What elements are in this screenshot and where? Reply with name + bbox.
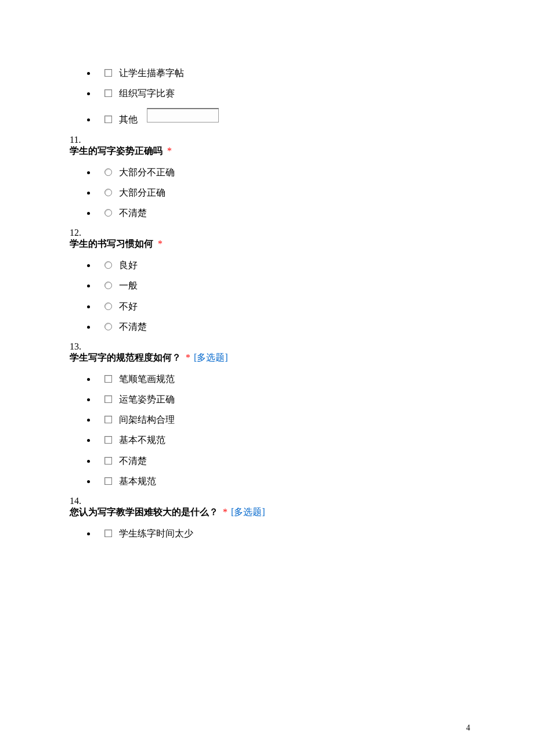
q14-options: 学生练字时间太少: [70, 528, 464, 539]
radio[interactable]: [104, 209, 112, 217]
option-row: 其他: [96, 108, 464, 125]
q14-title: 您认为写字教学困难较大的是什么？ * [多选题]: [70, 506, 464, 519]
option-label: 不清楚: [119, 321, 147, 332]
option-row: 大部分不正确: [96, 167, 464, 178]
option-label: 让学生描摹字帖: [119, 67, 184, 78]
option-row: 让学生描摹字帖: [96, 67, 464, 78]
option-label: 基本不规范: [119, 434, 165, 445]
option-label: 一般: [119, 280, 138, 291]
radio[interactable]: [104, 323, 112, 330]
checkbox[interactable]: [104, 375, 112, 383]
option-row: 不清楚: [96, 321, 464, 332]
q12-title-text: 学生的书写习惯如何: [70, 239, 153, 249]
option-label: 笔顺笔画规范: [119, 373, 175, 384]
radio[interactable]: [104, 261, 112, 269]
option-row: 不清楚: [96, 455, 464, 466]
checkbox[interactable]: [104, 69, 112, 77]
option-row: 一般: [96, 280, 464, 291]
option-row: 良好: [96, 260, 464, 271]
option-row: 笔顺笔画规范: [96, 373, 464, 384]
option-label: 不清楚: [119, 455, 147, 466]
q11-number: 11.: [70, 135, 464, 145]
option-label: 间架结构合理: [119, 414, 175, 425]
option-label: 运笔姿势正确: [119, 394, 175, 405]
option-row: 大部分正确: [96, 187, 464, 198]
page-number: 4: [466, 723, 470, 733]
checkbox[interactable]: [104, 89, 112, 97]
q13-number: 13.: [70, 341, 464, 352]
option-row: 学生练字时间太少: [96, 528, 464, 539]
q13-title-text: 学生写字的规范程度如何？: [70, 352, 181, 362]
multi-mark: [多选题]: [231, 507, 265, 517]
q11-options: 大部分不正确 大部分正确 不清楚: [70, 167, 464, 219]
q12-title: 学生的书写习惯如何 *: [70, 238, 464, 250]
q14-number: 14.: [70, 496, 464, 506]
option-row: 不清楚: [96, 207, 464, 218]
q12-number: 12.: [70, 228, 464, 238]
q12-options: 良好 一般 不好 不清楚: [70, 260, 464, 332]
q13-title: 学生写字的规范程度如何？ * [多选题]: [70, 352, 464, 364]
required-mark: *: [186, 352, 190, 362]
option-label: 大部分不正确: [119, 167, 175, 178]
option-label: 大部分正确: [119, 187, 165, 198]
required-mark: *: [158, 239, 163, 249]
option-label: 良好: [119, 260, 138, 271]
option-row: 间架结构合理: [96, 414, 464, 425]
checkbox[interactable]: [104, 457, 112, 465]
option-label: 其他: [119, 114, 138, 125]
option-row: 基本规范: [96, 476, 464, 487]
option-row: 基本不规范: [96, 434, 464, 445]
required-mark: *: [167, 146, 172, 156]
other-text-input[interactable]: [147, 108, 219, 123]
radio[interactable]: [104, 282, 112, 289]
radio[interactable]: [104, 303, 112, 310]
checkbox[interactable]: [104, 477, 112, 485]
q11-title: 学生的写字姿势正确吗 *: [70, 145, 464, 157]
option-row: 不好: [96, 301, 464, 312]
option-row: 组织写字比赛: [96, 88, 464, 99]
option-label: 不好: [119, 301, 138, 312]
radio[interactable]: [104, 189, 112, 196]
checkbox[interactable]: [104, 436, 112, 444]
q10-extra-options: 让学生描摹字帖 组织写字比赛 其他: [70, 67, 464, 125]
option-label: 不清楚: [119, 207, 147, 218]
option-label: 组织写字比赛: [119, 88, 175, 99]
option-label: 基本规范: [119, 476, 156, 487]
q14-title-text: 您认为写字教学困难较大的是什么？: [70, 507, 218, 517]
required-mark: *: [223, 507, 228, 517]
option-label: 学生练字时间太少: [119, 528, 193, 539]
radio[interactable]: [104, 168, 112, 176]
option-row: 运笔姿势正确: [96, 394, 464, 405]
checkbox[interactable]: [104, 416, 112, 423]
q11-title-text: 学生的写字姿势正确吗: [70, 146, 163, 156]
checkbox[interactable]: [104, 530, 112, 537]
checkbox[interactable]: [104, 395, 112, 403]
checkbox[interactable]: [104, 116, 112, 123]
multi-mark: [多选题]: [194, 352, 228, 362]
q13-options: 笔顺笔画规范 运笔姿势正确 间架结构合理 基本不规范 不清楚: [70, 373, 464, 487]
